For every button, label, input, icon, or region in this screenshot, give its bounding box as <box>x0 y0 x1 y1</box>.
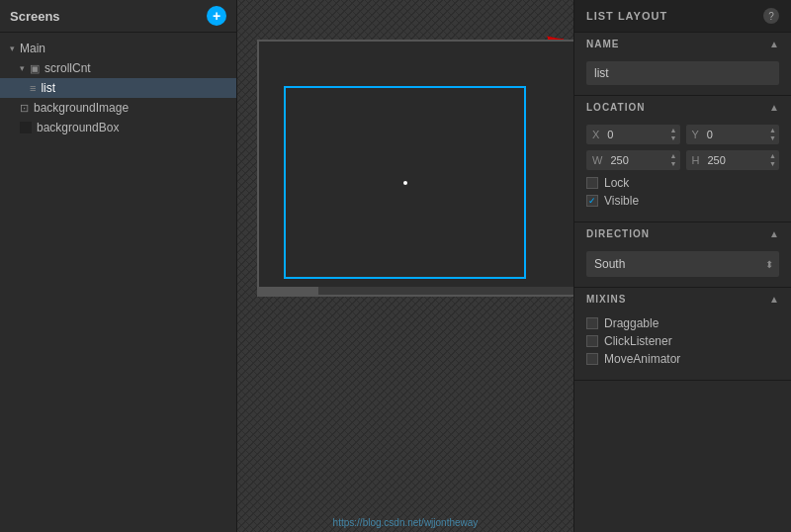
name-section-content <box>574 55 791 95</box>
h-input[interactable] <box>705 150 766 170</box>
name-section: NAME ▲ <box>574 33 791 96</box>
w-coord-row: W ▲ ▼ <box>586 150 680 170</box>
y-spinners[interactable]: ▲ ▼ <box>766 127 779 143</box>
y-input[interactable] <box>705 125 766 144</box>
h-down-icon[interactable]: ▼ <box>769 160 776 168</box>
visible-label: Visible <box>604 194 639 208</box>
tree-item-backgroundimage[interactable]: ⊡ backgroundImage <box>0 98 236 118</box>
direction-section-content: North South East West ⬍ <box>574 245 791 287</box>
mixins-section-label: MIXINS <box>586 294 626 305</box>
y-up-icon[interactable]: ▲ <box>769 127 776 134</box>
tree-item-backgroundimage-label: backgroundImage <box>34 101 129 115</box>
tree-item-main[interactable]: ▾ Main <box>0 39 236 58</box>
backgroundbox-icon <box>20 122 32 133</box>
x-input[interactable] <box>605 125 666 144</box>
scrollcnt-icon: ▣ <box>30 62 40 75</box>
add-screen-button[interactable]: + <box>207 6 226 26</box>
tree-item-list-label: list <box>41 81 55 95</box>
w-input[interactable] <box>608 150 666 170</box>
moveanimator-checkbox[interactable] <box>586 353 598 365</box>
tree-item-scrollcnt-label: scrollCnt <box>44 61 91 75</box>
canvas-frame <box>257 40 573 297</box>
location-section-content: X ▲ ▼ Y ▲ ▼ W <box>574 119 791 222</box>
tree-item-list[interactable]: ≡ list <box>0 78 236 98</box>
watermark: https://blog.csdn.net/wjjontheway <box>333 517 479 528</box>
mixins-section: MIXINS ▲ Draggable ClickListener MoveAni… <box>574 288 791 381</box>
canvas-background: https://blog.csdn.net/wjjontheway <box>237 0 573 532</box>
panel-title: LIST LAYOUT <box>586 10 667 22</box>
help-button[interactable]: ? <box>763 8 779 24</box>
direction-select-wrapper: North South East West ⬍ <box>586 251 779 277</box>
draggable-label: Draggable <box>604 316 659 330</box>
canvas-selection-box <box>284 86 526 279</box>
clicklistener-label: ClickListener <box>604 334 672 348</box>
location-chevron-icon: ▲ <box>769 102 779 113</box>
list-icon: ≡ <box>30 82 36 94</box>
direction-section: DIRECTION ▲ North South East West ⬍ <box>574 222 791 288</box>
direction-chevron-icon: ▲ <box>769 228 779 239</box>
x-coord-row: X ▲ ▼ <box>586 125 680 144</box>
lock-row: Lock <box>586 176 779 190</box>
location-section-label: LOCATION <box>586 102 645 113</box>
moveanimator-label: MoveAnimator <box>604 352 680 366</box>
canvas-scrollbar-thumb[interactable] <box>259 287 318 295</box>
draggable-row: Draggable <box>586 316 779 330</box>
screens-header: Screens + <box>0 0 236 33</box>
mixins-chevron-icon: ▲ <box>769 294 779 305</box>
direction-section-label: DIRECTION <box>586 228 650 239</box>
h-label: H <box>686 150 706 170</box>
direction-select[interactable]: North South East West <box>586 251 779 277</box>
right-panel: LIST LAYOUT ? NAME ▲ LOCATION ▲ X ▲ ▼ <box>573 0 791 532</box>
y-coord-row: Y ▲ ▼ <box>686 125 780 144</box>
screens-title: Screens <box>10 9 60 24</box>
name-chevron-icon: ▲ <box>769 39 779 49</box>
tree-container: ▾ Main ▾ ▣ scrollCnt ≡ list ⊡ background… <box>0 33 236 532</box>
lock-label: Lock <box>604 176 629 190</box>
x-label: X <box>586 125 605 144</box>
x-up-icon[interactable]: ▲ <box>670 127 677 134</box>
h-up-icon[interactable]: ▲ <box>769 152 776 160</box>
x-down-icon[interactable]: ▼ <box>670 134 677 142</box>
tree-item-backgroundbox[interactable]: backgroundBox <box>0 118 236 137</box>
mixins-section-header[interactable]: MIXINS ▲ <box>574 288 791 310</box>
tree-item-backgroundbox-label: backgroundBox <box>37 121 119 134</box>
w-up-icon[interactable]: ▲ <box>670 152 677 160</box>
panel-header: LIST LAYOUT ? <box>574 0 791 33</box>
visible-checkbox[interactable] <box>586 195 598 207</box>
w-label: W <box>586 150 608 170</box>
name-section-header[interactable]: NAME ▲ <box>574 33 791 55</box>
tree-item-scrollCnt[interactable]: ▾ ▣ scrollCnt <box>0 58 236 78</box>
clicklistener-row: ClickListener <box>586 334 779 348</box>
y-label: Y <box>686 125 705 144</box>
left-panel: Screens + ▾ Main ▾ ▣ scrollCnt ≡ list ⊡ … <box>0 0 237 532</box>
backgroundimage-icon: ⊡ <box>20 102 29 115</box>
direction-section-header[interactable]: DIRECTION ▲ <box>574 222 791 245</box>
location-section-header[interactable]: LOCATION ▲ <box>574 96 791 119</box>
name-section-label: NAME <box>586 39 619 49</box>
w-down-icon[interactable]: ▼ <box>670 160 677 168</box>
canvas-scrollbar[interactable] <box>259 287 573 295</box>
lock-checkbox[interactable] <box>586 177 598 189</box>
canvas-area: https://blog.csdn.net/wjjontheway <box>237 0 573 532</box>
moveanimator-row: MoveAnimator <box>586 352 779 366</box>
tree-item-main-label: Main <box>20 42 45 55</box>
x-spinners[interactable]: ▲ ▼ <box>667 127 680 143</box>
visible-row: Visible <box>586 194 779 208</box>
h-coord-row: H ▲ ▼ <box>686 150 780 170</box>
h-spinners[interactable]: ▲ ▼ <box>766 152 779 169</box>
mixins-section-content: Draggable ClickListener MoveAnimator <box>574 310 791 380</box>
canvas-dot <box>403 181 407 185</box>
name-input[interactable] <box>586 61 779 85</box>
draggable-checkbox[interactable] <box>586 317 598 329</box>
location-section: LOCATION ▲ X ▲ ▼ Y ▲ ▼ <box>574 96 791 222</box>
y-down-icon[interactable]: ▼ <box>769 134 776 142</box>
w-spinners[interactable]: ▲ ▼ <box>667 152 680 169</box>
clicklistener-checkbox[interactable] <box>586 335 598 347</box>
